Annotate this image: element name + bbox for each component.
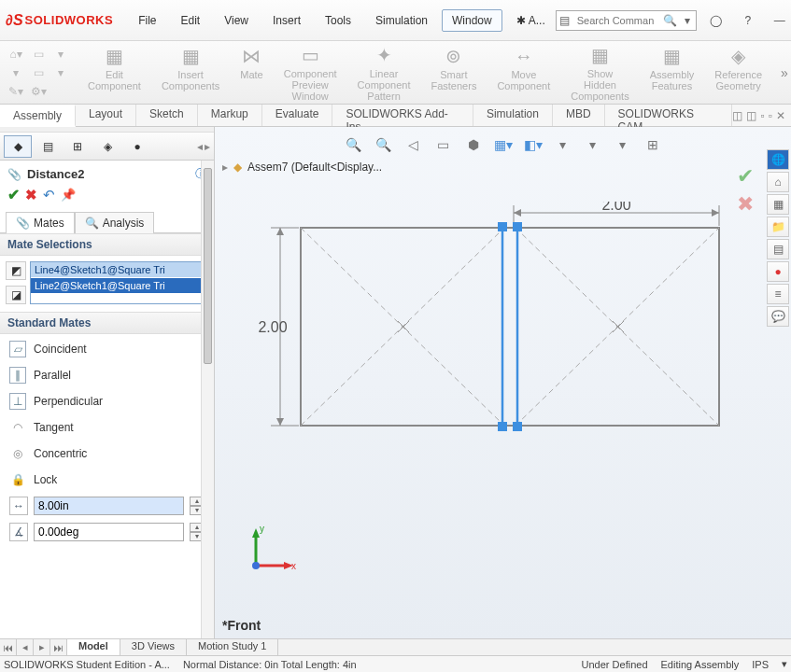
search-input[interactable]	[573, 15, 662, 26]
taskpane-resources-icon[interactable]: 🌐	[767, 149, 789, 170]
pin-button[interactable]: 📌	[61, 188, 76, 202]
taskpane-library-icon[interactable]: ▦	[767, 194, 789, 215]
taskpane-props-icon[interactable]: ≡	[767, 284, 789, 304]
nav-right-icon[interactable]: ▸	[205, 140, 210, 153]
selection-item-1[interactable]: Line4@Sketch1@Square Tri	[31, 262, 207, 278]
print-icon[interactable]: ▭	[30, 65, 47, 80]
rg-linear-pattern[interactable]: ✦Linear ComponentPattern	[350, 43, 418, 102]
confirm-corner-ok-icon[interactable]: ✔	[737, 164, 754, 189]
taskpane-explorer-icon[interactable]: 📁	[767, 217, 789, 237]
feature-breadcrumb[interactable]: ▸ ◆ Assem7 (Default<Display...	[222, 161, 382, 174]
section-view-icon[interactable]: ▭	[432, 134, 455, 155]
btab-next-icon[interactable]: ▸	[34, 639, 50, 655]
feature-tree-tab-icon[interactable]: ◆	[4, 135, 32, 158]
cancel-button[interactable]: ✖	[25, 187, 37, 203]
nav-left-icon[interactable]: ◂	[197, 140, 203, 153]
undo-button[interactable]: ↶	[43, 187, 55, 203]
home-icon[interactable]: ⌂▾	[7, 47, 24, 62]
menu-tools[interactable]: Tools	[315, 9, 361, 32]
tab-markup[interactable]: Markup	[198, 105, 262, 126]
zoom-fit-icon[interactable]: 🔍	[343, 134, 365, 155]
selection-filter-2-icon[interactable]: ◪	[6, 286, 26, 304]
mate-coincident[interactable]: ▱Coincident	[0, 336, 214, 362]
pane-prev-icon[interactable]: ◫	[732, 109, 742, 122]
section-mate-selections[interactable]: Mate Selections ˄	[0, 233, 214, 256]
save-icon[interactable]: ▾	[7, 65, 24, 80]
rg-assembly-features[interactable]: ▦AssemblyFeatures	[643, 43, 702, 102]
panel-scrollbar[interactable]	[201, 161, 214, 638]
angle-input[interactable]	[34, 523, 184, 541]
rg-insert-components[interactable]: ▦InsertComponents	[154, 43, 227, 102]
hide-show-icon[interactable]: ◧▾	[522, 134, 544, 155]
display-tab-icon[interactable]: ◈	[93, 135, 121, 158]
scrollbar-thumb[interactable]	[204, 168, 212, 364]
breadcrumb-expand-icon[interactable]: ▸	[222, 161, 228, 174]
rg-mate[interactable]: ⋈Mate	[233, 43, 270, 102]
btab-first-icon[interactable]: ⏮	[0, 639, 17, 655]
subtab-mates[interactable]: 📎Mates	[6, 212, 75, 233]
gear-icon[interactable]: ⚙▾	[30, 84, 47, 99]
help-icon[interactable]: ?	[736, 10, 760, 31]
status-units[interactable]: IPS	[752, 659, 769, 670]
zoom-area-icon[interactable]: 🔍	[373, 134, 395, 155]
apply-scene-icon[interactable]: ▾	[582, 134, 604, 155]
pane-restore-icon[interactable]: ▫	[760, 109, 764, 122]
appearance-tab-icon[interactable]: ●	[123, 135, 151, 158]
tab-cam[interactable]: SOLIDWORKS CAM	[605, 105, 733, 126]
menu-view[interactable]: View	[214, 9, 259, 32]
menu-star[interactable]: ✱A...	[506, 9, 556, 32]
user-icon[interactable]: ◯	[704, 10, 728, 31]
pane-max-icon[interactable]: ▫	[769, 109, 772, 122]
taskpane-home-icon[interactable]: ⌂	[767, 172, 789, 192]
tab-simulation[interactable]: Simulation	[473, 105, 553, 126]
taskpane-appearance-icon[interactable]: ●	[767, 261, 789, 282]
status-caret-icon[interactable]: ▾	[782, 658, 787, 670]
mate-lock[interactable]: 🔒Lock	[0, 467, 214, 493]
btab-prev-icon[interactable]: ◂	[17, 639, 34, 655]
confirm-corner-cancel-icon[interactable]: ✖	[737, 192, 754, 217]
section-standard-mates[interactable]: Standard Mates ˄	[0, 312, 214, 334]
mate-concentric[interactable]: ◎Concentric	[0, 441, 214, 467]
mate-selection-list[interactable]: Line4@Sketch1@Square Tri Line2@Sketch1@S…	[30, 261, 208, 304]
menu-edit[interactable]: Edit	[170, 9, 210, 32]
rg-component-preview[interactable]: ▭ComponentPreviewWindow	[276, 43, 345, 102]
ok-button[interactable]: ✔	[7, 186, 20, 203]
rg-show-hidden[interactable]: ▦ShowHiddenComponents	[563, 43, 636, 102]
tab-assembly[interactable]: Assembly	[0, 105, 76, 127]
btab-last-icon[interactable]: ⏭	[50, 639, 67, 655]
tool-icon[interactable]: ✎▾	[7, 84, 24, 99]
command-search[interactable]: ▤ 🔍 ▾	[556, 10, 697, 31]
open-icon[interactable]: ▾	[52, 47, 69, 62]
previous-view-icon[interactable]: ◁	[403, 134, 425, 155]
display-style-icon[interactable]: ▦▾	[492, 134, 515, 155]
subtab-analysis[interactable]: 🔍Analysis	[75, 212, 155, 233]
property-tab-icon[interactable]: ▤	[34, 135, 62, 158]
taskpane-forum-icon[interactable]: 💬	[767, 306, 789, 327]
4view-icon[interactable]: ⊞	[642, 134, 664, 155]
view-orient-icon[interactable]: ⬢	[462, 134, 485, 155]
ribbon-expand-icon[interactable]: »	[775, 43, 791, 102]
tab-mbd[interactable]: MBD	[553, 105, 605, 126]
distance-input[interactable]	[34, 497, 184, 515]
menu-insert[interactable]: Insert	[262, 9, 311, 32]
menu-simulation[interactable]: Simulation	[365, 9, 438, 32]
pane-next-icon[interactable]: ◫	[746, 109, 756, 122]
rg-reference-geometry[interactable]: ◈ReferenceGeometry	[707, 43, 770, 102]
view-settings-icon[interactable]: ▾	[612, 134, 634, 155]
mate-perpendicular[interactable]: ⊥Perpendicular	[0, 388, 214, 414]
edit-appearance-icon[interactable]: ▾	[552, 134, 574, 155]
tab-layout[interactable]: Layout	[76, 105, 136, 126]
tab-sketch[interactable]: Sketch	[136, 105, 198, 126]
menu-window[interactable]: Window	[442, 9, 502, 32]
config-tab-icon[interactable]: ⊞	[64, 135, 92, 158]
btab-model[interactable]: Model	[67, 639, 120, 655]
mate-tangent[interactable]: ◠Tangent	[0, 414, 214, 441]
search-caret-icon[interactable]: ▾	[679, 14, 696, 27]
view-triad[interactable]: y x	[243, 523, 299, 579]
minimize-button[interactable]: —	[768, 10, 791, 31]
dim-vertical[interactable]: 2.00	[258, 319, 287, 335]
dim-horizontal[interactable]: 2.00	[601, 202, 630, 213]
search-dropdown-icon[interactable]: ▤	[557, 14, 573, 27]
selection-filter-1-icon[interactable]: ◩	[6, 261, 26, 280]
search-icon[interactable]: 🔍	[662, 14, 679, 27]
